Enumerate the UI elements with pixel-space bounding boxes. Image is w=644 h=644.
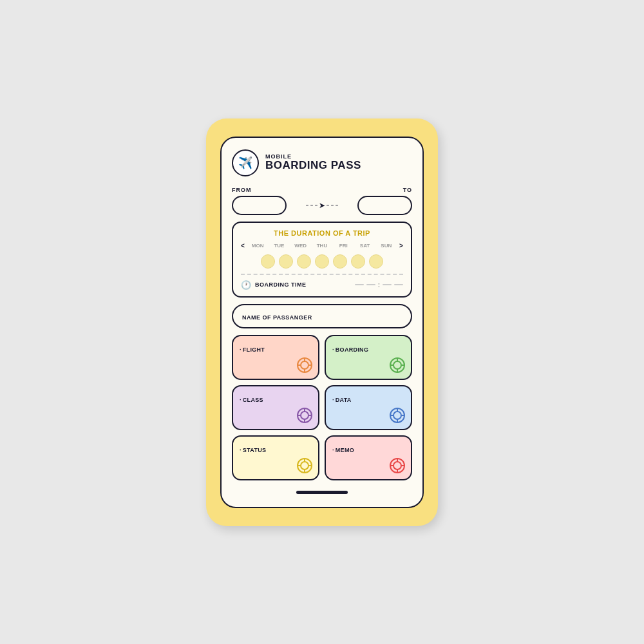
plane-icon: ✈️ [238, 156, 252, 170]
day-fri: FRI [335, 243, 352, 249]
day-dot-fri[interactable] [333, 254, 347, 269]
duration-title: THE DURATION OF A TRIP [241, 229, 403, 237]
svg-point-13 [301, 412, 308, 419]
header: ✈️ MOBILE BOARDING PASS [232, 149, 412, 180]
boarding-pass-label: BOARDING PASS [265, 160, 361, 172]
class-card[interactable]: CLASS [232, 385, 319, 430]
data-card[interactable]: DATA [325, 385, 412, 430]
arrow-plane-icon: ➤ [319, 201, 325, 210]
dotted-arrow: ➤ [290, 201, 354, 210]
to-label: TO [403, 187, 412, 193]
day-dot-sun[interactable] [369, 254, 383, 269]
boarding-time-row: 🕐 BOARDING TIME : [241, 280, 403, 290]
passenger-box[interactable]: NAME OF PASSANGER [232, 304, 412, 328]
day-thu: THU [314, 243, 330, 249]
dot-line-right [327, 205, 338, 206]
data-label: DATA [332, 397, 352, 403]
calendar-row: < MON TUE WED THU FRI SAT SUN > [241, 242, 403, 249]
plane-circle: ✈️ [232, 149, 259, 176]
info-grid: FLIGHT BOARDING [232, 335, 412, 480]
svg-point-25 [301, 462, 308, 469]
status-card[interactable]: STATUS [232, 435, 319, 480]
svg-point-7 [393, 361, 401, 369]
boarding-card[interactable]: BOARDING [325, 335, 412, 380]
status-label: STATUS [240, 447, 266, 453]
memo-ring-icon [389, 457, 406, 474]
from-label: FROM [232, 187, 252, 193]
status-ring-icon [296, 457, 313, 474]
memo-card[interactable]: MEMO [325, 435, 412, 480]
duration-section: THE DURATION OF A TRIP < MON TUE WED THU… [232, 222, 412, 298]
home-bar [296, 491, 348, 494]
title-block: MOBILE BOARDING PASS [265, 153, 361, 172]
day-dots-row [241, 254, 403, 269]
day-dot-tue[interactable] [279, 254, 293, 269]
dot-line-left [306, 205, 317, 206]
passenger-label: NAME OF PASSANGER [242, 314, 312, 321]
from-to-labels: FROM TO [232, 187, 412, 193]
data-ring-icon [389, 407, 406, 424]
day-mon: MON [249, 243, 266, 249]
yellow-background: ✈️ MOBILE BOARDING PASS FROM TO [206, 118, 438, 526]
class-label: CLASS [240, 397, 263, 403]
day-wed: WED [292, 243, 309, 249]
flight-ring-icon [296, 357, 313, 374]
dashed-divider [241, 274, 403, 275]
flight-card[interactable]: FLIGHT [232, 335, 319, 380]
from-airport-box[interactable] [232, 196, 287, 215]
from-to-section: FROM TO ➤ [232, 187, 412, 215]
day-dot-thu[interactable] [315, 254, 329, 269]
class-ring-icon [296, 407, 313, 424]
svg-point-19 [393, 412, 401, 419]
day-tue: TUE [270, 243, 287, 249]
day-sun: SUN [378, 243, 395, 249]
boarding-time-label: BOARDING TIME [255, 281, 351, 288]
phone-card: ✈️ MOBILE BOARDING PASS FROM TO [220, 137, 424, 508]
day-sat: SAT [357, 243, 374, 249]
svg-point-31 [393, 462, 401, 469]
from-to-row: ➤ [232, 196, 412, 215]
time-dots: : [355, 281, 403, 289]
day-dot-mon[interactable] [261, 254, 275, 269]
cal-prev-arrow[interactable]: < [241, 242, 245, 249]
to-airport-box[interactable] [357, 196, 412, 215]
day-dot-wed[interactable] [297, 254, 311, 269]
flight-label: FLIGHT [240, 346, 265, 353]
memo-label: MEMO [332, 447, 354, 453]
boarding-ring-icon [389, 357, 406, 374]
clock-icon: 🕐 [241, 280, 251, 290]
boarding-label: BOARDING [332, 346, 368, 353]
day-dot-sat[interactable] [351, 254, 365, 269]
cal-next-arrow[interactable]: > [399, 242, 403, 249]
svg-point-1 [301, 361, 308, 369]
time-colon: : [378, 281, 380, 289]
